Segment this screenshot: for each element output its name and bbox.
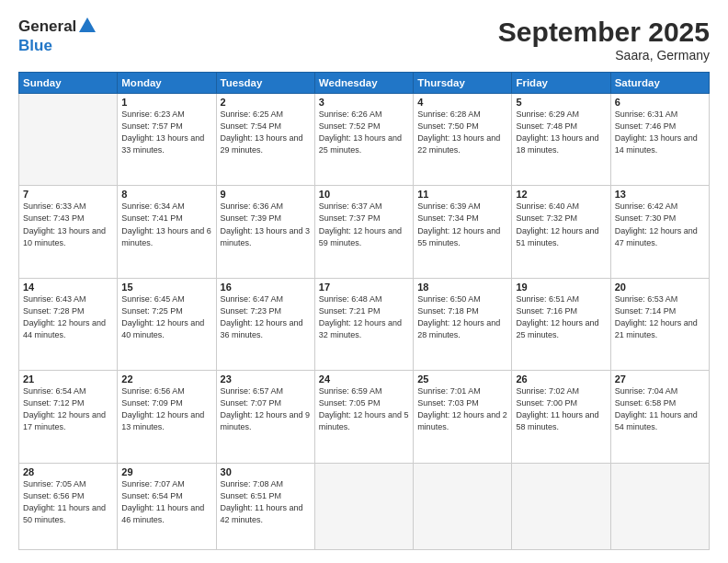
calendar-cell: 16Sunrise: 6:47 AMSunset: 7:23 PMDayligh… — [216, 278, 314, 370]
calendar-week-row: 1Sunrise: 6:23 AMSunset: 7:57 PMDaylight… — [19, 94, 710, 186]
calendar-cell: 29Sunrise: 7:07 AMSunset: 6:54 PMDayligh… — [118, 463, 216, 549]
day-detail: Sunrise: 6:45 AMSunset: 7:25 PMDaylight:… — [121, 293, 211, 341]
day-detail: Sunrise: 6:56 AMSunset: 7:09 PMDaylight:… — [121, 385, 211, 433]
day-detail: Sunrise: 6:39 AMSunset: 7:34 PMDaylight:… — [417, 201, 507, 248]
weekday-header: Thursday — [414, 73, 512, 94]
calendar-cell: 1Sunrise: 6:23 AMSunset: 7:57 PMDaylight… — [118, 94, 216, 186]
calendar-cell: 2Sunrise: 6:25 AMSunset: 7:54 PMDaylight… — [216, 94, 314, 186]
calendar-cell: 6Sunrise: 6:31 AMSunset: 7:46 PMDaylight… — [610, 94, 709, 186]
day-number: 24 — [319, 373, 409, 385]
day-detail: Sunrise: 7:07 AMSunset: 6:54 PMDaylight:… — [121, 478, 211, 526]
day-detail: Sunrise: 7:05 AMSunset: 6:56 PMDaylight:… — [23, 478, 113, 526]
weekday-header: Tuesday — [216, 73, 314, 94]
day-detail: Sunrise: 6:59 AMSunset: 7:05 PMDaylight:… — [319, 385, 409, 433]
day-number: 6 — [615, 97, 705, 108]
weekday-header: Saturday — [610, 73, 709, 94]
title-block: September 2025 Saara, Germany — [498, 17, 710, 63]
calendar: SundayMondayTuesdayWednesdayThursdayFrid… — [18, 72, 710, 550]
day-detail: Sunrise: 6:26 AMSunset: 7:52 PMDaylight:… — [319, 109, 409, 156]
calendar-cell — [610, 463, 709, 549]
day-number: 29 — [121, 466, 211, 477]
calendar-cell: 7Sunrise: 6:33 AMSunset: 7:43 PMDaylight… — [19, 186, 118, 278]
calendar-cell: 11Sunrise: 6:39 AMSunset: 7:34 PMDayligh… — [414, 186, 512, 278]
day-number: 13 — [615, 189, 705, 200]
logo-icon — [78, 17, 97, 38]
calendar-cell: 25Sunrise: 7:01 AMSunset: 7:03 PMDayligh… — [414, 371, 512, 463]
day-detail: Sunrise: 6:23 AMSunset: 7:57 PMDaylight:… — [121, 109, 211, 156]
day-detail: Sunrise: 6:50 AMSunset: 7:18 PMDaylight:… — [417, 293, 507, 341]
calendar-cell: 21Sunrise: 6:54 AMSunset: 7:12 PMDayligh… — [19, 371, 118, 463]
day-number: 10 — [319, 189, 409, 200]
day-number: 1 — [121, 97, 211, 108]
calendar-cell: 3Sunrise: 6:26 AMSunset: 7:52 PMDaylight… — [314, 94, 413, 186]
location-title: Saara, Germany — [498, 48, 710, 63]
day-detail: Sunrise: 6:31 AMSunset: 7:46 PMDaylight:… — [615, 109, 705, 156]
day-detail: Sunrise: 6:29 AMSunset: 7:48 PMDaylight:… — [516, 109, 606, 156]
calendar-week-row: 21Sunrise: 6:54 AMSunset: 7:12 PMDayligh… — [19, 371, 710, 463]
logo-blue: Blue — [18, 38, 97, 55]
month-title: September 2025 — [498, 17, 710, 48]
calendar-cell: 10Sunrise: 6:37 AMSunset: 7:37 PMDayligh… — [314, 186, 413, 278]
day-number: 4 — [417, 97, 507, 108]
calendar-cell: 17Sunrise: 6:48 AMSunset: 7:21 PMDayligh… — [314, 278, 413, 370]
calendar-cell — [512, 463, 610, 549]
calendar-cell: 23Sunrise: 6:57 AMSunset: 7:07 PMDayligh… — [216, 371, 314, 463]
day-detail: Sunrise: 7:08 AMSunset: 6:51 PMDaylight:… — [221, 478, 311, 526]
day-number: 14 — [23, 282, 113, 293]
day-number: 19 — [516, 282, 606, 293]
svg-marker-0 — [79, 17, 96, 32]
day-detail: Sunrise: 6:37 AMSunset: 7:37 PMDaylight:… — [319, 201, 409, 248]
day-detail: Sunrise: 6:28 AMSunset: 7:50 PMDaylight:… — [417, 109, 507, 156]
day-detail: Sunrise: 6:40 AMSunset: 7:32 PMDaylight:… — [516, 201, 606, 248]
day-number: 21 — [23, 373, 113, 385]
calendar-cell: 8Sunrise: 6:34 AMSunset: 7:41 PMDaylight… — [118, 186, 216, 278]
day-number: 2 — [221, 97, 311, 108]
calendar-week-row: 7Sunrise: 6:33 AMSunset: 7:43 PMDaylight… — [19, 186, 710, 278]
calendar-cell: 28Sunrise: 7:05 AMSunset: 6:56 PMDayligh… — [19, 463, 118, 549]
calendar-week-row: 28Sunrise: 7:05 AMSunset: 6:56 PMDayligh… — [19, 463, 710, 549]
day-detail: Sunrise: 6:36 AMSunset: 7:39 PMDaylight:… — [221, 201, 311, 248]
weekday-header: Monday — [118, 73, 216, 94]
day-number: 17 — [319, 282, 409, 293]
logo-general: General — [18, 17, 76, 35]
calendar-cell: 24Sunrise: 6:59 AMSunset: 7:05 PMDayligh… — [314, 371, 413, 463]
day-number: 26 — [516, 373, 606, 385]
header: General Blue September 2025 Saara, Germa… — [18, 17, 710, 63]
day-detail: Sunrise: 6:57 AMSunset: 7:07 PMDaylight:… — [221, 385, 311, 433]
calendar-cell: 9Sunrise: 6:36 AMSunset: 7:39 PMDaylight… — [216, 186, 314, 278]
day-number: 25 — [417, 373, 507, 385]
day-detail: Sunrise: 7:04 AMSunset: 6:58 PMDaylight:… — [615, 385, 705, 433]
day-detail: Sunrise: 7:02 AMSunset: 7:00 PMDaylight:… — [516, 385, 606, 433]
day-number: 9 — [221, 189, 311, 200]
calendar-cell: 18Sunrise: 6:50 AMSunset: 7:18 PMDayligh… — [414, 278, 512, 370]
calendar-cell: 4Sunrise: 6:28 AMSunset: 7:50 PMDaylight… — [414, 94, 512, 186]
day-detail: Sunrise: 7:01 AMSunset: 7:03 PMDaylight:… — [417, 385, 507, 433]
calendar-cell: 12Sunrise: 6:40 AMSunset: 7:32 PMDayligh… — [512, 186, 610, 278]
day-detail: Sunrise: 6:54 AMSunset: 7:12 PMDaylight:… — [23, 385, 113, 433]
calendar-cell — [19, 94, 118, 186]
day-number: 5 — [516, 97, 606, 108]
day-number: 7 — [23, 189, 113, 200]
day-number: 12 — [516, 189, 606, 200]
day-number: 27 — [615, 373, 705, 385]
day-number: 18 — [417, 282, 507, 293]
day-detail: Sunrise: 6:48 AMSunset: 7:21 PMDaylight:… — [319, 293, 409, 341]
calendar-cell: 15Sunrise: 6:45 AMSunset: 7:25 PMDayligh… — [118, 278, 216, 370]
page: General Blue September 2025 Saara, Germa… — [0, 0, 728, 563]
day-detail: Sunrise: 6:53 AMSunset: 7:14 PMDaylight:… — [615, 293, 705, 341]
weekday-header: Sunday — [19, 73, 118, 94]
logo: General Blue — [18, 17, 97, 54]
calendar-cell: 13Sunrise: 6:42 AMSunset: 7:30 PMDayligh… — [610, 186, 709, 278]
calendar-cell: 22Sunrise: 6:56 AMSunset: 7:09 PMDayligh… — [118, 371, 216, 463]
calendar-cell — [414, 463, 512, 549]
day-detail: Sunrise: 6:34 AMSunset: 7:41 PMDaylight:… — [121, 201, 211, 248]
day-number: 16 — [221, 282, 311, 293]
calendar-cell: 26Sunrise: 7:02 AMSunset: 7:00 PMDayligh… — [512, 371, 610, 463]
day-number: 3 — [319, 97, 409, 108]
weekday-header: Friday — [512, 73, 610, 94]
calendar-cell: 14Sunrise: 6:43 AMSunset: 7:28 PMDayligh… — [19, 278, 118, 370]
day-number: 23 — [221, 373, 311, 385]
day-number: 15 — [121, 282, 211, 293]
day-detail: Sunrise: 6:43 AMSunset: 7:28 PMDaylight:… — [23, 293, 113, 341]
day-number: 30 — [221, 466, 311, 477]
